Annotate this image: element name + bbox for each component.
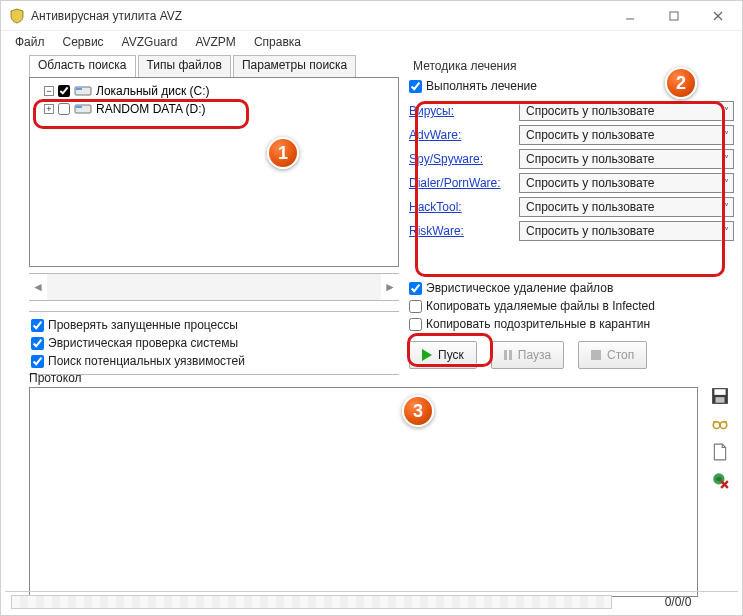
- check-copy-infected[interactable]: Копировать удаляемые файлы в Infected: [409, 297, 734, 315]
- minimize-button[interactable]: [608, 2, 652, 30]
- svg-rect-10: [716, 397, 725, 403]
- row-riskware: RiskWare: Спросить у пользовате˅: [409, 219, 734, 243]
- chevron-down-icon: ˅: [724, 226, 729, 237]
- menu-avzpm[interactable]: AVZPM: [187, 33, 243, 51]
- left-options: Проверять запущенные процессы Эвристичес…: [29, 311, 399, 375]
- window-title: Антивирусная утилита AVZ: [31, 9, 608, 23]
- chk-vuln[interactable]: [31, 355, 44, 368]
- menu-file[interactable]: Файл: [7, 33, 53, 51]
- chk-vuln-label: Поиск потенциальных уязвимостей: [48, 354, 245, 368]
- horizontal-scrollbar[interactable]: ◄ ►: [29, 273, 399, 301]
- link-virus[interactable]: Вирусы:: [409, 104, 513, 118]
- play-icon: [422, 349, 432, 361]
- menubar: Файл Сервис AVZGuard AVZPM Справка: [1, 31, 742, 53]
- glasses-icon[interactable]: [711, 415, 729, 433]
- chevron-down-icon: ˅: [724, 130, 729, 141]
- select-riskware[interactable]: Спросить у пользовате˅: [519, 221, 734, 241]
- maximize-button[interactable]: [652, 2, 696, 30]
- select-adware[interactable]: Спросить у пользовате˅: [519, 125, 734, 145]
- link-dialer[interactable]: Dialer/PornWare:: [409, 176, 513, 190]
- drive-row-c[interactable]: − Локальный диск (C:): [34, 82, 394, 100]
- chk-perform[interactable]: [409, 80, 422, 93]
- link-hacktool[interactable]: HackTool:: [409, 200, 513, 214]
- drive-row-d[interactable]: + RANDOM DATA (D:): [34, 100, 394, 118]
- tree-collapse-icon[interactable]: −: [44, 86, 54, 96]
- check-heuristic-delete[interactable]: Эвристическое удаление файлов: [409, 279, 734, 297]
- drive-c-checkbox[interactable]: [58, 85, 70, 97]
- scroll-left-icon[interactable]: ◄: [29, 274, 47, 300]
- left-tabs: Область поиска Типы файлов Параметры пои…: [29, 55, 399, 77]
- link-adware[interactable]: AdvWare:: [409, 128, 513, 142]
- select-spyware[interactable]: Спросить у пользовате˅: [519, 149, 734, 169]
- statusbar: 0/0/0: [5, 591, 738, 611]
- stop-icon: [591, 350, 601, 360]
- drive-d-label: RANDOM DATA (D:): [96, 102, 206, 116]
- chk-heur[interactable]: [31, 337, 44, 350]
- select-riskware-value: Спросить у пользовате: [526, 224, 655, 238]
- drive-tree[interactable]: − Локальный диск (C:) + RANDOM DATA (D:): [29, 77, 399, 267]
- menu-avzguard[interactable]: AVZGuard: [114, 33, 186, 51]
- pause-icon: [504, 350, 512, 360]
- chk-perform-label: Выполнять лечение: [426, 79, 537, 93]
- link-riskware[interactable]: RiskWare:: [409, 224, 513, 238]
- treatment-box: Выполнять лечение Вирусы: Спросить у пол…: [409, 77, 734, 243]
- select-virus-value: Спросить у пользовате: [526, 104, 655, 118]
- annotation-badge-2: 2: [665, 67, 697, 99]
- save-icon[interactable]: [711, 387, 729, 405]
- pause-button[interactable]: Пауза: [491, 341, 564, 369]
- scroll-right-icon[interactable]: ►: [381, 274, 399, 300]
- scroll-track[interactable]: [47, 274, 381, 300]
- chk-rc1[interactable]: [409, 282, 422, 295]
- chk-rc2[interactable]: [409, 300, 422, 313]
- drive-icon: [74, 103, 92, 115]
- svg-rect-9: [714, 389, 725, 395]
- chk-rc3[interactable]: [409, 318, 422, 331]
- chk-proc-label: Проверять запущенные процессы: [48, 318, 238, 332]
- menu-help[interactable]: Справка: [246, 33, 309, 51]
- left-pane: Область поиска Типы файлов Параметры пои…: [29, 55, 399, 77]
- check-vulnerabilities[interactable]: Поиск потенциальных уязвимостей: [31, 352, 397, 370]
- protocol-log[interactable]: [29, 387, 698, 597]
- chevron-down-icon: ˅: [724, 106, 729, 117]
- select-spyware-value: Спросить у пользовате: [526, 152, 655, 166]
- chevron-down-icon: ˅: [724, 202, 729, 213]
- app-window: Антивирусная утилита AVZ Файл Сервис AVZ…: [0, 0, 743, 616]
- titlebar: Антивирусная утилита AVZ: [1, 1, 742, 31]
- menu-service[interactable]: Сервис: [55, 33, 112, 51]
- start-button[interactable]: Пуск: [409, 341, 477, 369]
- stop-button[interactable]: Стоп: [578, 341, 647, 369]
- tree-expand-icon[interactable]: +: [44, 104, 54, 114]
- stop-label: Стоп: [607, 348, 634, 362]
- select-virus[interactable]: Спросить у пользовате˅: [519, 101, 734, 121]
- tab-file-types[interactable]: Типы файлов: [138, 55, 231, 77]
- check-heuristic-system[interactable]: Эвристическая проверка системы: [31, 334, 397, 352]
- select-dialer[interactable]: Спросить у пользовате˅: [519, 173, 734, 193]
- chk-proc[interactable]: [31, 319, 44, 332]
- tab-scan-area[interactable]: Область поиска: [29, 55, 136, 77]
- document-icon[interactable]: [711, 443, 729, 461]
- progress-bar: [11, 595, 612, 609]
- row-virus: Вирусы: Спросить у пользовате˅: [409, 99, 734, 123]
- link-spyware[interactable]: Spy/Spyware:: [409, 152, 513, 166]
- right-options: Эвристическое удаление файлов Копировать…: [409, 279, 734, 333]
- chk-rc1-label: Эвристическое удаление файлов: [426, 281, 613, 295]
- chk-heur-label: Эвристическая проверка системы: [48, 336, 238, 350]
- drive-d-checkbox[interactable]: [58, 103, 70, 115]
- tab-search-params[interactable]: Параметры поиска: [233, 55, 356, 77]
- annotation-badge-3: 3: [402, 395, 434, 427]
- check-running-processes[interactable]: Проверять запущенные процессы: [31, 316, 397, 334]
- annotation-badge-1: 1: [267, 137, 299, 169]
- drive-c-label: Локальный диск (C:): [96, 84, 210, 98]
- globe-cross-icon[interactable]: [711, 471, 729, 489]
- close-button[interactable]: [696, 2, 740, 30]
- action-buttons: Пуск Пауза Стоп: [409, 341, 734, 369]
- status-counter: 0/0/0: [618, 595, 738, 609]
- svg-point-11: [713, 422, 720, 429]
- chk-rc2-label: Копировать удаляемые файлы в Infected: [426, 299, 655, 313]
- row-spyware: Spy/Spyware: Спросить у пользовате˅: [409, 147, 734, 171]
- select-hacktool[interactable]: Спросить у пользовате˅: [519, 197, 734, 217]
- check-copy-quarantine[interactable]: Копировать подозрительные в карантин: [409, 315, 734, 333]
- select-hacktool-value: Спросить у пользовате: [526, 200, 655, 214]
- pause-label: Пауза: [518, 348, 551, 362]
- svg-point-12: [720, 422, 727, 429]
